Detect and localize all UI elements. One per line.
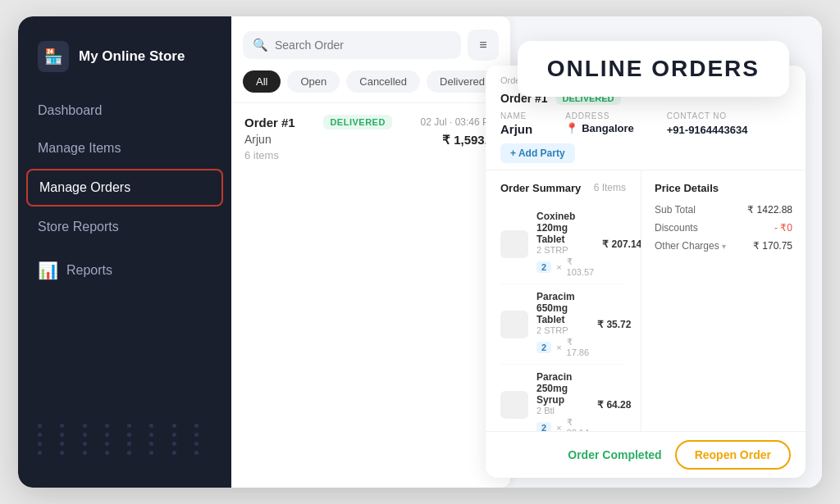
detail-name-field: NAME Arjun — [500, 111, 532, 137]
other-charges-label: Other Charges — [655, 240, 719, 252]
add-party-button[interactable]: + Add Party — [500, 143, 575, 163]
item-thumbnail — [500, 230, 528, 258]
order-number: Order #1 — [244, 116, 295, 129]
store-name: My Online Store — [79, 48, 185, 65]
sub-total-value: ₹ 1422.88 — [747, 204, 792, 216]
order-summary-section: Order Summary 6 Items Coxineb 120mg Tabl… — [486, 170, 641, 431]
search-bar: 🔍 ≡ — [231, 16, 510, 70]
search-input[interactable] — [275, 39, 451, 52]
order-item-row: Coxineb 120mg Tablet 2 STRP 2 × ₹ 103.57… — [500, 204, 626, 284]
item-sub: 2 STRP — [536, 325, 589, 335]
order-completed-text[interactable]: Order Completed — [568, 448, 661, 461]
tab-all[interactable]: All — [243, 70, 281, 93]
reopen-order-button[interactable]: Reopen Order — [675, 440, 791, 470]
discounts-label: Discounts — [655, 222, 698, 234]
item-total: ₹ 207.14 — [602, 238, 641, 250]
sub-total-row: Sub Total ₹ 1422.88 — [655, 204, 792, 216]
sidebar: 🏪 My Online Store Dashboard Manage Items… — [18, 16, 231, 488]
sidebar-item-store-reports[interactable]: Store Reports — [18, 208, 231, 246]
reports-label: Reports — [66, 263, 112, 278]
discounts-value: - ₹0 — [774, 222, 792, 234]
store-header: 🏪 My Online Store — [18, 33, 231, 92]
order-item-row: Paracim 650mg Tablet 2 STRP 2 × ₹ 17.86 … — [500, 284, 626, 365]
order-item-row: Paracin 250mg Syrup 2 Btl 2 × ₹ 32.14 ₹ … — [500, 365, 626, 431]
address-label: ADDRESS — [565, 111, 634, 120]
bar-chart-icon: 📊 — [38, 261, 58, 280]
main-container: 🏪 My Online Store Dashboard Manage Items… — [18, 16, 822, 488]
qty-badge: 2 — [536, 342, 551, 353]
chevron-down-icon[interactable]: ▾ — [722, 242, 726, 251]
search-icon: 🔍 — [253, 38, 268, 52]
order-items-count: 6 items — [244, 149, 279, 161]
dot-grid-decoration — [18, 407, 231, 471]
location-icon: 📍 — [565, 122, 578, 134]
item-name: Coxineb 120mg Tablet — [536, 211, 594, 245]
sidebar-item-reports[interactable]: 📊 Reports — [18, 249, 231, 292]
order-detail-panel: Order placed on 02 Jul 2024 · 03:46 PM O… — [486, 66, 806, 478]
item-sub: 2 STRP — [536, 245, 594, 255]
tab-cancelled[interactable]: Cancelled — [346, 70, 420, 93]
sidebar-item-manage-items[interactable]: Manage Items — [18, 129, 231, 167]
unit-price: ₹ 17.86 — [567, 337, 590, 357]
order-body: Order Summary 6 Items Coxineb 120mg Tabl… — [486, 170, 806, 431]
sidebar-item-manage-orders[interactable]: Manage Orders — [26, 169, 223, 207]
qty-badge: 2 — [536, 261, 551, 273]
items-count-label: 6 Items — [594, 182, 626, 198]
other-charges-row: Other Charges ▾ ₹ 170.75 — [655, 240, 792, 252]
contact-value: +91-9164443634 — [667, 124, 748, 136]
other-charges-value: ₹ 170.75 — [753, 240, 792, 252]
store-icon: 🏪 — [38, 41, 69, 72]
sidebar-item-dashboard[interactable]: Dashboard — [18, 92, 231, 129]
main-content: 🔍 ≡ All Open Cancelled Delivered Order #… — [231, 16, 822, 488]
detail-address-field: ADDRESS 📍 Bangalore — [565, 111, 634, 134]
price-details-title: Price Details — [655, 182, 792, 194]
filter-button[interactable]: ≡ — [468, 30, 499, 61]
order-footer: Order Completed Reopen Order — [486, 431, 806, 478]
discounts-row: Discounts - ₹0 — [655, 222, 792, 234]
price-details-section: Price Details Sub Total ₹ 1422.88 Discou… — [641, 170, 806, 431]
online-orders-badge: ONLINE ORDERS — [518, 41, 789, 97]
search-input-wrap: 🔍 — [243, 31, 461, 59]
sub-total-label: Sub Total — [655, 204, 696, 216]
item-thumbnail — [500, 391, 528, 419]
order-card[interactable]: Order #1 DELIVERED 02 Jul · 03:46 PM Arj… — [231, 102, 510, 174]
item-info: Paracim 650mg Tablet 2 STRP 2 × ₹ 17.86 — [536, 291, 589, 357]
city-value: Bangalore — [582, 122, 634, 134]
tab-open[interactable]: Open — [287, 70, 340, 93]
order-list-panel: 🔍 ≡ All Open Cancelled Delivered Order #… — [231, 16, 510, 488]
status-badge: DELIVERED — [323, 115, 391, 129]
item-total: ₹ 35.72 — [597, 319, 631, 330]
contact-label: CONTACT NO — [667, 111, 748, 120]
online-orders-text: ONLINE ORDERS — [547, 56, 760, 81]
name-label: NAME — [500, 111, 532, 120]
tabs-row: All Open Cancelled Delivered — [231, 70, 510, 102]
item-info: Paracin 250mg Syrup 2 Btl 2 × ₹ 32.14 — [536, 371, 589, 431]
unit-price: ₹ 32.14 — [567, 417, 590, 431]
qty-badge: 2 — [536, 422, 551, 432]
customer-name: Arjun — [500, 122, 532, 136]
order-customer: Arjun — [244, 133, 272, 146]
item-info: Coxineb 120mg Tablet 2 STRP 2 × ₹ 103.57 — [536, 211, 594, 277]
item-name: Paracin 250mg Syrup — [536, 371, 589, 406]
unit-price: ₹ 103.57 — [567, 257, 595, 277]
item-thumbnail — [500, 311, 528, 338]
detail-contact-field: CONTACT NO +91-9164443634 — [667, 111, 748, 137]
item-sub: 2 Btl — [536, 406, 589, 415]
item-total: ₹ 64.28 — [597, 399, 631, 411]
item-name: Paracim 650mg Tablet — [536, 291, 589, 325]
order-summary-title: Order Summary — [500, 182, 581, 194]
